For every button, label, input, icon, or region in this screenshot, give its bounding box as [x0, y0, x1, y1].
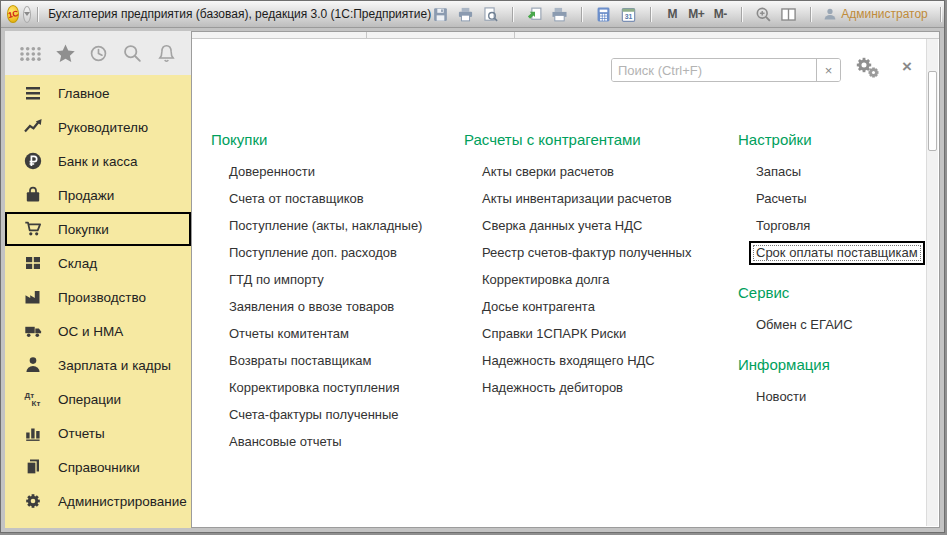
scrollbar[interactable] — [926, 39, 938, 526]
notifications-bell-icon[interactable] — [156, 43, 177, 64]
main-area: ГлавноеРуководителюБанк и кассаПродажиПо… — [1, 28, 944, 532]
sidebar-item-зарплата-и-кадры[interactable]: Зарплата и кадры — [5, 348, 191, 382]
menu-item[interactable]: Поступление (акты, накладные) — [211, 212, 422, 239]
sidebar-item-label: ОС и НМА — [58, 324, 123, 339]
sidebar-item-руководителю[interactable]: Руководителю — [5, 110, 191, 144]
save-icon — [432, 6, 449, 23]
sidebar-item-label: Руководителю — [58, 120, 148, 135]
sidebar-sections: ГлавноеРуководителюБанк и кассаПродажиПо… — [5, 75, 191, 528]
sidebar-item-ос-и-нма[interactable]: ОС и НМА — [5, 314, 191, 348]
toolbar-separator — [940, 7, 941, 22]
menu-item[interactable]: Новости — [738, 383, 925, 410]
toolbar-separator — [810, 7, 811, 22]
zoom-in-button[interactable] — [754, 4, 773, 24]
menu-column: ПокупкиДоверенностиСчета от поставщиковП… — [211, 131, 422, 473]
menu-item[interactable]: Торговля — [738, 212, 925, 239]
books-icon — [22, 457, 44, 477]
scrollbar-thumb[interactable] — [928, 71, 937, 151]
sidebar: ГлавноеРуководителюБанк и кассаПродажиПо… — [5, 31, 191, 528]
menu-item[interactable]: Авансовые отчеты — [211, 428, 422, 455]
menu-item[interactable]: Реестр счетов-фактур полученных — [464, 239, 691, 266]
sidebar-item-справочники[interactable]: Справочники — [5, 450, 191, 484]
menu-item[interactable]: Поступление доп. расходов — [211, 239, 422, 266]
toolbar-separator — [741, 7, 742, 22]
trend-icon — [22, 117, 44, 137]
split-window-icon — [780, 6, 797, 23]
cart-icon — [22, 219, 44, 239]
sidebar-item-label: Склад — [58, 256, 97, 271]
menu-item[interactable]: Заявления о ввозе товаров — [211, 293, 422, 320]
menu-item[interactable]: Акты инвентаризации расчетов — [464, 185, 691, 212]
apps-grid-icon[interactable] — [19, 45, 42, 62]
menu-item[interactable]: Справки 1СПАРК Риски — [464, 320, 691, 347]
menu-item[interactable]: Срок оплаты поставщикам — [738, 239, 925, 266]
calculator-icon — [595, 6, 612, 23]
menu-item[interactable]: Надежность входящего НДС — [464, 347, 691, 374]
toolbar-separator — [581, 7, 582, 22]
bar-chart-icon — [22, 423, 44, 443]
menu-item[interactable]: Надежность дебиторов — [464, 374, 691, 401]
menu-item[interactable]: Корректировка долга — [464, 266, 691, 293]
sidebar-item-label: Главное — [58, 86, 110, 101]
calc-memory-minus-button[interactable]: M- — [711, 4, 729, 24]
menu-item[interactable]: Досье контрагента — [464, 293, 691, 320]
panel-close-button[interactable]: × — [902, 58, 912, 76]
menu-item[interactable]: Запасы — [738, 158, 925, 185]
calc-memory-plus-button[interactable]: M+ — [687, 4, 705, 24]
sidebar-item-label: Справочники — [58, 460, 140, 475]
menu-item[interactable]: Акты сверки расчетов — [464, 158, 691, 185]
print-preview-button[interactable] — [481, 4, 500, 24]
menu-item[interactable]: Обмен с ЕГАИС — [738, 311, 925, 338]
quick-actions-toolbar: 31MM+M-Администраторi — [431, 4, 947, 24]
section-title: Сервис — [738, 284, 925, 301]
print-button[interactable] — [456, 4, 475, 24]
sidebar-item-производство[interactable]: Производство — [5, 280, 191, 314]
sidebar-item-label: Производство — [58, 290, 146, 305]
search-clear-button[interactable]: × — [816, 59, 840, 81]
menu-item[interactable]: Корректировка поступления — [211, 374, 422, 401]
toolbar-separator — [512, 7, 513, 22]
window-title: Бухгалтерия предприятия (базовая), редак… — [48, 7, 431, 21]
sidebar-item-продажи[interactable]: Продажи — [5, 178, 191, 212]
menu-section: ИнформацияНовости — [738, 356, 925, 410]
sidebar-item-отчеты[interactable]: Отчеты — [5, 416, 191, 450]
split-window-button[interactable] — [779, 4, 798, 24]
search-input[interactable] — [612, 59, 816, 81]
print-file-button[interactable] — [550, 4, 569, 24]
sidebar-item-покупки[interactable]: Покупки — [5, 212, 191, 246]
app-logo-icon: 1С — [7, 5, 19, 23]
calculator-button[interactable] — [594, 4, 613, 24]
ruble-icon — [22, 151, 44, 171]
settings-gears-icon[interactable] — [854, 55, 880, 79]
truck-icon — [22, 321, 44, 341]
menu-item[interactable]: Доверенности — [211, 158, 422, 185]
gear-icon — [22, 491, 44, 511]
menu-item[interactable]: Расчеты — [738, 185, 925, 212]
sidebar-item-главное[interactable]: Главное — [5, 76, 191, 110]
sidebar-item-label: Покупки — [58, 222, 109, 237]
menu-section: Расчеты с контрагентамиАкты сверки расче… — [464, 131, 691, 401]
load-file-button[interactable] — [525, 4, 544, 24]
current-user-button[interactable]: Администратор — [823, 7, 928, 21]
main-menu-button[interactable] — [23, 6, 31, 23]
save-button[interactable] — [431, 4, 450, 24]
sidebar-item-администрирование[interactable]: Администрирование — [5, 484, 191, 518]
sidebar-item-склад[interactable]: Склад — [5, 246, 191, 280]
menu-item[interactable]: ГТД по импорту — [211, 266, 422, 293]
search-icon[interactable] — [122, 43, 143, 64]
sidebar-item-операции[interactable]: ДтКтОперации — [5, 382, 191, 416]
favorites-star-icon[interactable] — [55, 43, 76, 64]
menu-item[interactable]: Счета-фактуры полученные — [211, 401, 422, 428]
svg-text:31: 31 — [625, 13, 633, 20]
calendar-button[interactable]: 31 — [619, 4, 638, 24]
menu-item[interactable]: Возвраты поставщикам — [211, 347, 422, 374]
history-icon[interactable] — [88, 43, 109, 64]
menu-item[interactable]: Отчеты комитентам — [211, 320, 422, 347]
menu-item[interactable]: Сверка данных учета НДС — [464, 212, 691, 239]
menu-item[interactable]: Счета от поставщиков — [211, 185, 422, 212]
menu-section: СервисОбмен с ЕГАИС — [738, 284, 925, 338]
calc-memory-button[interactable]: M — [663, 4, 681, 24]
bag-icon — [22, 185, 44, 205]
sidebar-item-банк-и-касса[interactable]: Банк и касса — [5, 144, 191, 178]
menu-section: НастройкиЗапасыРасчетыТорговляСрок оплат… — [738, 131, 925, 266]
